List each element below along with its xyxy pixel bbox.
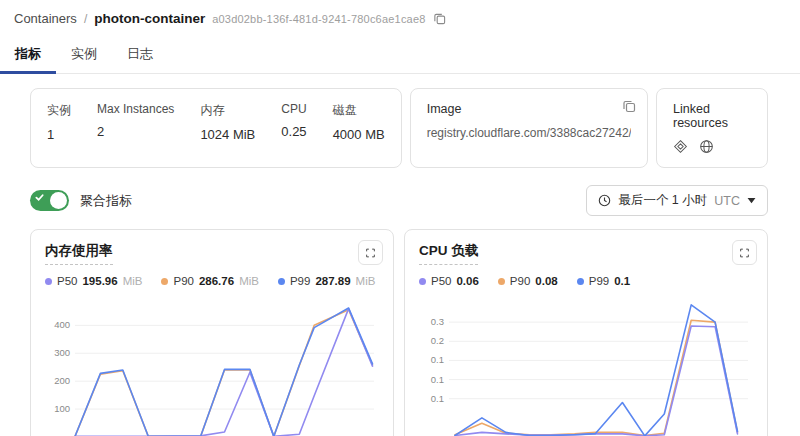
breadcrumb: Containers / photon-container a03d02bb-1… bbox=[0, 0, 800, 28]
svg-text:0.1: 0.1 bbox=[431, 374, 444, 385]
p50-dot-icon bbox=[45, 278, 52, 285]
expand-icon bbox=[365, 247, 376, 259]
worker-resource-icon[interactable] bbox=[673, 139, 688, 154]
svg-text:400: 400 bbox=[54, 319, 70, 330]
linked-resources-card: Linked resources bbox=[656, 88, 768, 168]
svg-text:200: 200 bbox=[54, 375, 70, 386]
copy-image-button[interactable] bbox=[622, 99, 636, 113]
p90-dot-icon bbox=[161, 278, 168, 285]
p99-dot-icon bbox=[278, 278, 285, 285]
image-registry-url: registry.cloudflare.com/3388cac27242/f/9… bbox=[427, 126, 631, 140]
copy-icon bbox=[433, 12, 446, 25]
stat-memory: 内存 1024 MiB bbox=[200, 102, 255, 154]
copy-icon bbox=[622, 99, 636, 113]
stat-max-instances: Max Instances 2 bbox=[97, 102, 174, 154]
breadcrumb-separator: / bbox=[84, 12, 87, 26]
cpu-load-chart-card: CPU 负载 P50 0.06 P90 0.08 bbox=[404, 229, 768, 436]
legend-item-p90[interactable]: P90 0.08 bbox=[498, 275, 558, 287]
chevron-down-icon bbox=[747, 197, 756, 204]
linked-resources-icons bbox=[673, 139, 751, 154]
charts-row: 内存使用率 P50 195.96 MiB P90 286.76 MiB bbox=[30, 229, 768, 436]
p90-dot-icon bbox=[498, 278, 505, 285]
time-range-label: 最后一个 1 小时 bbox=[618, 192, 707, 209]
legend-item-p99[interactable]: P99 0.1 bbox=[577, 275, 630, 287]
aggregate-metrics-toggle[interactable] bbox=[30, 190, 69, 211]
chart-svg: 0.30.20.10.10.1Jun 29, 03:50Jun 29, 04:3… bbox=[419, 291, 753, 436]
toggle-knob bbox=[50, 192, 67, 209]
container-id: a03d02bb-136f-481d-9241-780c6ae1cae8 bbox=[212, 13, 425, 25]
p50-dot-icon bbox=[419, 278, 426, 285]
image-card-title: Image bbox=[427, 102, 631, 116]
memory-chart-legend: P50 195.96 MiB P90 286.76 MiB P99 287.89… bbox=[45, 275, 379, 287]
controls-row: 聚合指标 最后一个 1 小时 UTC bbox=[30, 185, 768, 216]
tab-instances[interactable]: 实例 bbox=[56, 36, 112, 74]
svg-text:300: 300 bbox=[54, 347, 70, 358]
breadcrumb-container-name: photon-container bbox=[94, 11, 205, 26]
breadcrumb-containers-link[interactable]: Containers bbox=[14, 11, 77, 26]
legend-item-p50[interactable]: P50 195.96 MiB bbox=[45, 275, 142, 287]
container-stats-card: 实例 1 Max Instances 2 内存 1024 MiB CPU 0.2… bbox=[30, 88, 402, 168]
globe-icon[interactable] bbox=[699, 139, 714, 154]
tab-bar: 指标 实例 日志 bbox=[0, 36, 800, 74]
cpu-chart-legend: P50 0.06 P90 0.08 P99 0.1 bbox=[419, 275, 753, 287]
stat-cpu: CPU 0.25 bbox=[281, 102, 306, 154]
expand-memory-chart-button[interactable] bbox=[358, 240, 383, 265]
copy-id-button[interactable] bbox=[433, 12, 446, 25]
image-card: Image registry.cloudflare.com/3388cac272… bbox=[410, 88, 648, 168]
memory-chart-plot: 400300200100Jun 29, 03:50Jun 29, 04:30 bbox=[45, 291, 379, 436]
legend-item-p99[interactable]: P99 287.89 MiB bbox=[278, 275, 375, 287]
svg-text:100: 100 bbox=[54, 403, 70, 414]
svg-text:0.2: 0.2 bbox=[431, 335, 444, 346]
cpu-chart-title: CPU 负载 bbox=[419, 242, 478, 265]
svg-text:0.3: 0.3 bbox=[431, 316, 444, 327]
clock-icon bbox=[598, 194, 611, 207]
tab-logs[interactable]: 日志 bbox=[112, 36, 168, 74]
legend-item-p90[interactable]: P90 286.76 MiB bbox=[161, 275, 258, 287]
time-zone-label: UTC bbox=[714, 194, 740, 208]
chart-svg: 400300200100Jun 29, 03:50Jun 29, 04:30 bbox=[45, 291, 379, 436]
svg-text:0.1: 0.1 bbox=[431, 393, 444, 404]
expand-icon bbox=[739, 247, 750, 259]
aggregate-metrics-label: 聚合指标 bbox=[80, 192, 132, 210]
svg-text:0.1: 0.1 bbox=[431, 354, 444, 365]
stat-disk: 磁盘 4000 MB bbox=[333, 102, 385, 154]
cpu-chart-plot: 0.30.20.10.10.1Jun 29, 03:50Jun 29, 04:3… bbox=[419, 291, 753, 436]
stat-instances: 实例 1 bbox=[47, 102, 71, 154]
expand-cpu-chart-button[interactable] bbox=[732, 240, 757, 265]
aggregate-toggle-group: 聚合指标 bbox=[30, 190, 132, 211]
legend-item-p50[interactable]: P50 0.06 bbox=[419, 275, 479, 287]
linked-resources-title: Linked resources bbox=[673, 102, 751, 130]
p99-dot-icon bbox=[577, 278, 584, 285]
memory-usage-chart-card: 内存使用率 P50 195.96 MiB P90 286.76 MiB bbox=[30, 229, 394, 436]
check-icon bbox=[35, 193, 44, 202]
tab-metrics[interactable]: 指标 bbox=[0, 36, 56, 74]
memory-chart-title: 内存使用率 bbox=[45, 242, 113, 265]
time-range-selector[interactable]: 最后一个 1 小时 UTC bbox=[586, 185, 768, 216]
info-cards-row: 实例 1 Max Instances 2 内存 1024 MiB CPU 0.2… bbox=[30, 88, 768, 168]
